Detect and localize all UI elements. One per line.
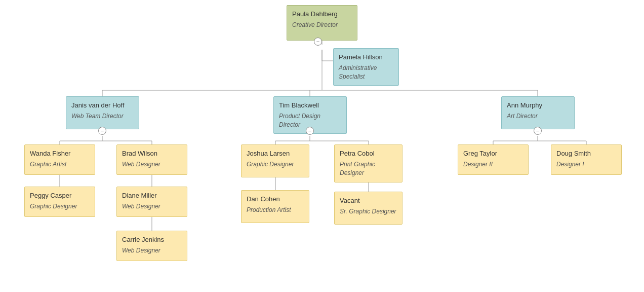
collapse-ann[interactable]: − [534, 127, 542, 135]
node-janis[interactable]: Janis van der HoffWeb Team Director [66, 96, 139, 129]
node-title-joshua: Graphic Designer [247, 160, 304, 169]
node-name-vacant: Vacant [340, 196, 397, 205]
node-name-peggy: Peggy Casper [30, 191, 90, 200]
node-title-ann: Art Director [507, 112, 569, 121]
node-title-peggy: Graphic Designer [30, 202, 90, 211]
node-name-dan: Dan Cohen [247, 195, 304, 204]
node-name-joshua: Joshua Larsen [247, 149, 304, 158]
node-title-vacant: Sr. Graphic Designer [340, 207, 397, 216]
node-title-carrie: Web Designer [122, 246, 182, 255]
node-name-pamela: Pamela Hillson [339, 53, 393, 62]
node-name-brad: Brad Wilson [122, 149, 182, 158]
node-dan[interactable]: Dan CohenProduction Artist [241, 190, 309, 223]
node-paula[interactable]: Paula DahlbergCreative Director [287, 5, 357, 41]
node-wanda[interactable]: Wanda FisherGraphic Artist [24, 144, 95, 175]
node-ann[interactable]: Ann MurphyArt Director [501, 96, 575, 129]
collapse-janis[interactable]: − [98, 127, 106, 135]
node-name-wanda: Wanda Fisher [30, 149, 90, 158]
node-name-doug: Doug Smith [556, 149, 616, 158]
node-pamela[interactable]: Pamela HillsonAdministrative Specialist [333, 48, 399, 86]
node-name-petra: Petra Cobol [340, 149, 397, 158]
node-petra[interactable]: Petra CobolPrint Graphic Designer [334, 144, 402, 182]
node-name-ann: Ann Murphy [507, 101, 569, 110]
node-name-greg: Greg Taylor [463, 149, 523, 158]
node-title-diane: Web Designer [122, 202, 182, 211]
node-diane[interactable]: Diane MillerWeb Designer [116, 187, 187, 217]
node-title-petra: Print Graphic Designer [340, 160, 397, 177]
node-title-janis: Web Team Director [71, 112, 134, 121]
node-name-paula: Paula Dahlberg [292, 10, 352, 19]
node-carrie[interactable]: Carrie JenkinsWeb Designer [116, 231, 187, 261]
collapse-paula[interactable]: − [314, 38, 322, 46]
node-peggy[interactable]: Peggy CasperGraphic Designer [24, 187, 95, 217]
node-title-paula: Creative Director [292, 21, 352, 29]
node-title-brad: Web Designer [122, 160, 182, 169]
node-brad[interactable]: Brad WilsonWeb Designer [116, 144, 187, 175]
node-title-wanda: Graphic Artist [30, 160, 90, 169]
node-title-doug: Designer I [556, 160, 616, 169]
node-title-dan: Production Artist [247, 206, 304, 214]
node-title-pamela: Administrative Specialist [339, 64, 393, 81]
node-name-tim: Tim Blackwell [279, 101, 341, 110]
node-greg[interactable]: Greg TaylorDesigner II [458, 144, 529, 175]
collapse-tim[interactable]: − [306, 127, 314, 135]
org-chart: Paula DahlbergCreative DirectorPamela Hi… [0, 0, 644, 25]
node-title-greg: Designer II [463, 160, 523, 169]
node-name-janis: Janis van der Hoff [71, 101, 134, 110]
node-name-carrie: Carrie Jenkins [122, 235, 182, 244]
node-joshua[interactable]: Joshua LarsenGraphic Designer [241, 144, 309, 177]
node-name-diane: Diane Miller [122, 191, 182, 200]
node-vacant[interactable]: VacantSr. Graphic Designer [334, 192, 402, 225]
node-doug[interactable]: Doug SmithDesigner I [551, 144, 622, 175]
